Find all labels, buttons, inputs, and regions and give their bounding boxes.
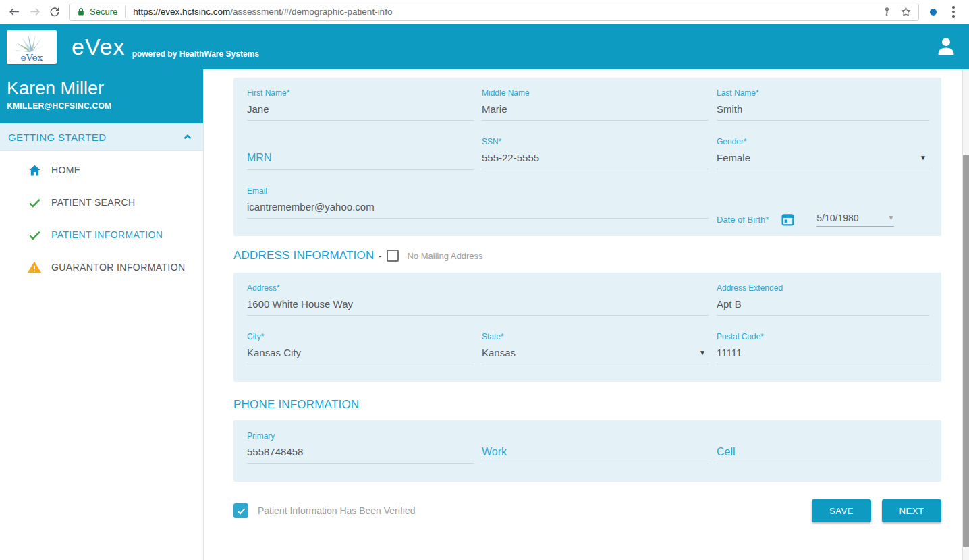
app-tagline: powered by HealthWare Systems: [132, 49, 259, 59]
postal-code-input[interactable]: 11111: [717, 342, 929, 364]
gender-field: Gender* Female ▼: [717, 137, 929, 170]
gender-select[interactable]: Female ▼: [717, 147, 929, 169]
address-field: Address* 1600 White House Way: [247, 283, 709, 316]
dob-select[interactable]: 5/10/1980 ▼: [816, 213, 894, 227]
vertical-scrollbar[interactable]: [962, 69, 969, 560]
mrn-input[interactable]: MRN: [247, 147, 474, 170]
address-input[interactable]: 1600 White House Way: [247, 293, 709, 316]
url-separator: [125, 6, 126, 18]
url-origin: https://evex.hcfsinc.com: [133, 7, 230, 17]
chevron-up-icon: [182, 131, 194, 143]
primary-phone-input[interactable]: 5558748458: [247, 441, 474, 464]
save-button[interactable]: SAVE: [812, 499, 871, 522]
mrn-field: MRN: [247, 137, 474, 170]
last-name-label: Last Name*: [717, 88, 929, 99]
verified-checkbox[interactable]: [233, 503, 248, 518]
postal-code-label: Postal Code*: [717, 332, 929, 342]
home-icon: [27, 163, 42, 177]
first-name-input[interactable]: Jane: [247, 99, 474, 121]
state-field: State* Kansas ▼: [482, 332, 709, 364]
city-field: City* Kansas City: [247, 332, 474, 364]
sidebar-item-home[interactable]: HOME: [0, 154, 203, 186]
ssn-input[interactable]: 555-22-5555: [482, 147, 709, 169]
address-label: Address*: [247, 283, 709, 293]
dropdown-caret-icon: ▼: [920, 154, 929, 161]
dob-field: Date of Birth* 5/10/1980 ▼: [717, 204, 929, 235]
reload-icon[interactable]: [45, 2, 65, 22]
cell-phone-field: Cell: [717, 431, 929, 464]
check-icon: [27, 227, 42, 242]
form-footer: Patient Information Has Been Verified SA…: [233, 499, 941, 522]
last-name-input[interactable]: Smith: [717, 99, 929, 121]
sidebar-item-label: PATIENT SEARCH: [51, 197, 136, 208]
sidebar-item-label: GUARANTOR INFORMATION: [51, 262, 185, 273]
logo-word: eVex: [21, 52, 43, 63]
app-name: eVex: [72, 34, 126, 60]
first-name-field: First Name* Jane: [247, 88, 474, 121]
state-select[interactable]: Kansas ▼: [482, 342, 709, 364]
calendar-icon[interactable]: [781, 213, 795, 227]
dropdown-caret-icon: ▼: [887, 214, 894, 221]
state-label: State*: [482, 332, 709, 342]
last-name-field: Last Name* Smith: [717, 88, 929, 121]
sidebar-item-label: PATIENT INFORMATION: [51, 229, 163, 240]
account-person-icon[interactable]: [935, 35, 957, 59]
email-label: Email: [247, 186, 709, 196]
address-panel: Address* 1600 White House Way Address Ex…: [233, 273, 941, 382]
dob-label: Date of Birth*: [717, 215, 769, 225]
scrollbar-thumb[interactable]: [963, 155, 969, 547]
address-extended-field: Address Extended Apt B: [717, 283, 929, 316]
phone-panel: Primary 5558748458 Work Cell: [233, 420, 941, 482]
no-mailing-checkbox[interactable]: [387, 250, 399, 262]
sidebar-item-patient-search[interactable]: PATIENT SEARCH: [0, 186, 203, 219]
no-mailing-label: No Mailing Address: [407, 251, 482, 261]
first-name-label: First Name*: [247, 88, 474, 99]
getting-started-header[interactable]: GETTING STARTED: [0, 123, 203, 151]
address-extended-label: Address Extended: [717, 283, 929, 293]
address-bar[interactable]: Secure https://evex.hcfsinc.com/assessme…: [69, 3, 919, 21]
evex-logo: eVex: [7, 30, 57, 64]
sidebar: Karen Miller KMILLER@HCFSINC.COM GETTING…: [0, 69, 204, 560]
url-path: /assessment/#/demographic-patient-info: [230, 7, 392, 17]
back-icon[interactable]: [4, 2, 24, 22]
verified-label: Patient Information Has Been Verified: [258, 505, 415, 516]
sidebar-nav: HOME PATIENT SEARCH PATIENT INFORMATION …: [0, 151, 203, 283]
dropdown-caret-icon: ▼: [699, 349, 709, 356]
secure-label: Secure: [90, 7, 117, 17]
address-extended-input[interactable]: Apt B: [717, 293, 929, 316]
sidebar-item-guarantor-information[interactable]: GUARANTOR INFORMATION: [0, 251, 203, 283]
primary-phone-label: Primary: [247, 431, 474, 441]
postal-code-field: Postal Code* 11111: [717, 332, 929, 364]
middle-name-field: Middle Name Marie: [482, 88, 709, 121]
browser-toolbar: Secure https://evex.hcfsinc.com/assessme…: [0, 0, 969, 24]
extension-icon[interactable]: [923, 2, 943, 22]
work-phone-input[interactable]: Work: [482, 441, 709, 464]
work-phone-field: Work: [482, 431, 709, 464]
getting-started-label: GETTING STARTED: [8, 132, 106, 143]
address-section-header: ADDRESS INFORMATION - No Mailing Address: [233, 249, 941, 262]
ssn-field: SSN* 555-22-5555: [482, 137, 709, 170]
padlock-icon: [76, 7, 86, 17]
user-name: Karen Miller: [7, 78, 196, 99]
ssn-label: SSN*: [482, 137, 709, 147]
email-input[interactable]: icantremember@yahoo.com: [247, 196, 709, 219]
bookmark-star-icon[interactable]: [900, 6, 912, 18]
password-key-icon[interactable]: [882, 7, 892, 17]
main-content: First Name* Jane Middle Name Marie Last …: [204, 69, 962, 560]
middle-name-label: Middle Name: [482, 88, 709, 99]
middle-name-input[interactable]: Marie: [482, 99, 709, 121]
city-label: City*: [247, 332, 474, 342]
email-field: Email icantremember@yahoo.com: [247, 186, 709, 219]
warning-icon: [27, 260, 42, 275]
next-button[interactable]: NEXT: [882, 499, 941, 522]
city-input[interactable]: Kansas City: [247, 342, 474, 364]
forward-icon[interactable]: [24, 2, 45, 22]
sidebar-item-patient-information[interactable]: PATIENT INFORMATION: [0, 219, 203, 251]
phone-section-header: PHONE INFORMATION: [233, 398, 941, 412]
check-icon: [27, 195, 42, 210]
app-header: eVex eVex powered by HealthWare Systems: [0, 24, 969, 69]
address-section-title: ADDRESS INFORMATION: [233, 249, 374, 262]
cell-phone-input[interactable]: Cell: [717, 441, 929, 464]
browser-menu-icon[interactable]: [943, 2, 964, 22]
gender-label: Gender*: [717, 137, 929, 147]
